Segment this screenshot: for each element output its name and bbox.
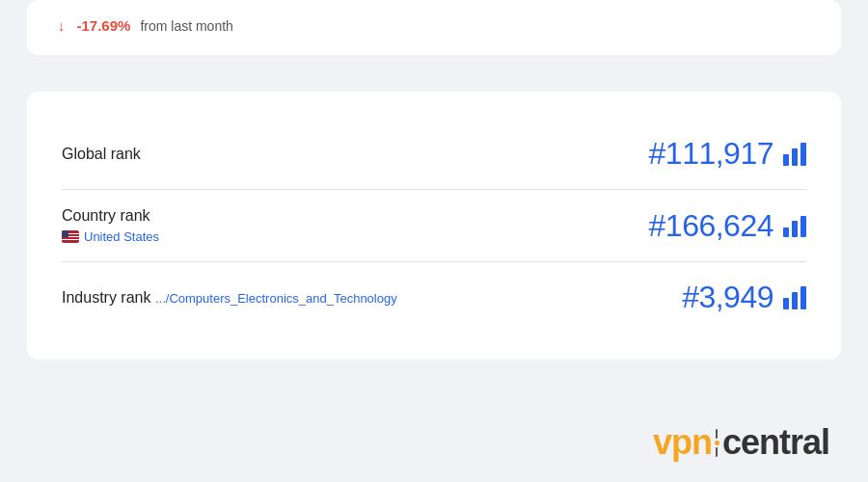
bar-3 — [800, 216, 806, 237]
vpn-central-brand: vpn central — [653, 422, 829, 463]
country-rank-label-wrap: Country rank United States — [62, 207, 159, 244]
global-rank-value-wrap: #111,917 — [649, 136, 806, 172]
country-rank-label: Country rank — [62, 207, 150, 224]
bar-3 — [800, 286, 806, 309]
industry-rank-value: #3,949 — [682, 280, 773, 315]
bar-3 — [800, 143, 806, 166]
vpn-text: vpn — [653, 422, 712, 463]
industry-name: .../Computers_Electronics_and_Technology — [155, 291, 397, 306]
country-rank-value-wrap: #166,624 — [649, 208, 806, 244]
bar-2 — [792, 292, 798, 309]
industry-link[interactable]: .../Computers_Electronics_and_Technology — [155, 291, 397, 306]
global-rank-label-wrap: Global rank — [62, 146, 141, 163]
brand-separator-icon — [715, 429, 719, 457]
central-text: central — [722, 422, 829, 463]
country-rank-row: Country rank United States #166,624 — [62, 189, 806, 261]
sep-line-top — [716, 429, 718, 439]
industry-rank-chart-icon — [783, 286, 806, 309]
bar-1 — [783, 298, 789, 309]
bar-2 — [792, 221, 798, 237]
industry-rank-value-wrap: #3,949 — [682, 280, 806, 315]
bar-2 — [792, 148, 798, 166]
bar-1 — [783, 228, 789, 237]
industry-rank-label-wrap: Industry rank .../Computers_Electronics_… — [62, 289, 397, 307]
country-rank-chart-icon — [783, 214, 806, 237]
bar-1 — [783, 154, 789, 166]
industry-rank-label: Industry rank — [62, 289, 150, 306]
global-rank-row: Global rank #111,917 — [62, 119, 806, 189]
country-link[interactable]: United States — [62, 229, 159, 244]
country-rank-value: #166,624 — [649, 208, 773, 244]
global-rank-label: Global rank — [62, 146, 141, 162]
global-rank-chart-icon — [783, 143, 806, 166]
sep-line-bottom — [716, 447, 718, 457]
top-card: ↓ -17.69% from last month — [27, 0, 841, 55]
decline-description: from last month — [140, 18, 232, 34]
decline-arrow-icon: ↓ — [58, 17, 66, 34]
country-name: United States — [84, 229, 159, 244]
industry-rank-row: Industry rank .../Computers_Electronics_… — [62, 261, 806, 333]
us-flag-icon — [62, 230, 79, 243]
rankings-card: Global rank #111,917 Country rank United… — [27, 92, 841, 360]
global-rank-value: #111,917 — [649, 136, 773, 172]
decline-percentage: -17.69% — [77, 17, 131, 34]
decline-row: ↓ -17.69% from last month — [58, 17, 810, 34]
sep-dot — [715, 441, 719, 445]
